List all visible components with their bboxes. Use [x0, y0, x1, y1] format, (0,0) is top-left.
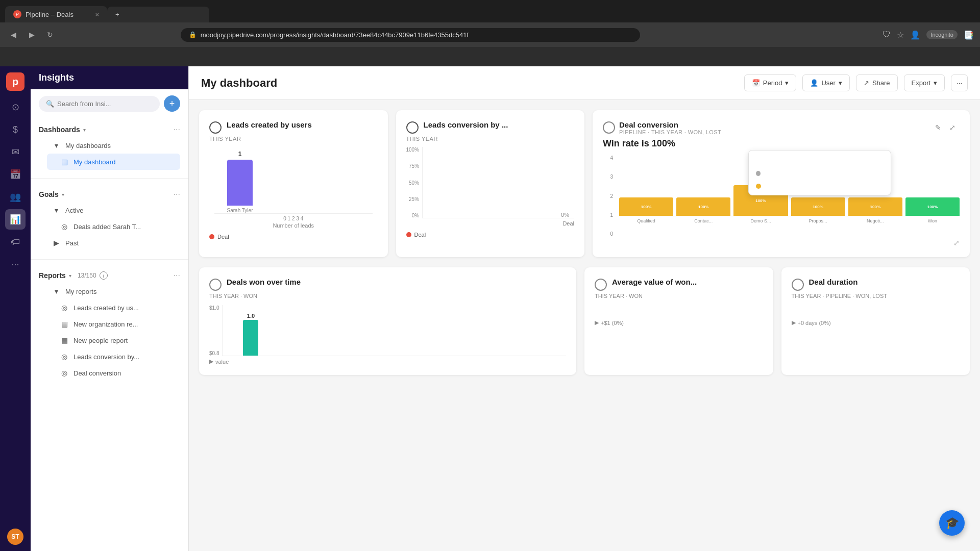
address-bar[interactable]: 🔒 moodjoy.pipedrive.com/progress/insight… — [181, 28, 640, 42]
dashboards-chevron-icon: ▾ — [83, 127, 86, 133]
x-axis-labels: Qualified Contac... Demo S... Propos... … — [619, 218, 960, 223]
rail-more-icon[interactable]: ··· — [5, 254, 26, 274]
sidebar-item-deals-added[interactable]: ◎ Deals added Sarah T... — [47, 218, 180, 235]
user-avatar[interactable]: ST — [7, 529, 23, 545]
lc-legend-dot — [406, 232, 411, 237]
deal-conv-resize-icon[interactable]: ⤢ — [953, 239, 960, 247]
my-reports-subsection: ▾ My reports ◎ Leads created by us... ▤ … — [39, 283, 180, 381]
tooltip-text-2: Reached stage: 1 deal — [764, 183, 825, 190]
user-chevron-icon: ▾ — [839, 79, 842, 87]
dashboard-row-2: $ Deals won over time THIS YEAR · WON $1… — [189, 267, 980, 385]
rail-inbox-icon[interactable]: ✉ — [5, 142, 26, 162]
goals-more-icon[interactable]: ··· — [174, 190, 180, 199]
chevron-down-icon: ▾ — [51, 140, 61, 151]
zero-pct-label: 0% — [561, 212, 569, 218]
sidebar-item-deal-conv[interactable]: ◎ Deal conversion — [47, 365, 180, 381]
main-header: My dashboard 📅 Period ▾ 👤 User ▾ ↗ Share… — [189, 66, 980, 100]
deal-conv-footer: ⤢ — [603, 239, 960, 247]
avg-value-content: ▶ +$1 (0%) — [595, 319, 763, 326]
leads-created-widget: ◎ Leads created by users THIS YEAR 1 Sar… — [199, 110, 388, 257]
profile-icon[interactable]: 👤 — [910, 30, 920, 40]
sidebar-search-box[interactable]: 🔍 — [39, 96, 160, 112]
help-button[interactable]: 🎓 — [939, 510, 965, 536]
bar-chart-area: 1 Sarah Tyler — [209, 147, 378, 213]
dashboard-grid: ◎ Leads created by users THIS YEAR 1 Sar… — [189, 100, 980, 267]
reports-section-header[interactable]: Reports ▾ 13/150 i ··· — [39, 268, 180, 283]
sidebar-item-new-org[interactable]: ▤ New organization re... — [47, 316, 180, 332]
label-qualified: Qualified — [619, 218, 673, 223]
sidebar-item-leads-created[interactable]: ◎ Leads created by us... — [47, 299, 180, 316]
page-title: My dashboard — [201, 77, 738, 90]
close-tab-button[interactable]: × — [95, 11, 99, 18]
past-label: Past — [65, 239, 79, 247]
deal-conv-expand-button[interactable]: ⤢ — [945, 120, 960, 135]
bar-won: 100% — [905, 197, 960, 216]
deal-conversion-widget: $ Deal conversion PIPELINE · THIS YEAR ·… — [593, 110, 970, 257]
refresh-button[interactable]: ↻ — [43, 28, 57, 42]
my-reports-label: My reports — [65, 288, 96, 295]
browser-toolbar: 🛡 ☆ 👤 Incognito 📑 — [883, 30, 974, 40]
app-title: Insights — [39, 72, 74, 83]
rail-insights-icon[interactable]: 📊 — [5, 209, 26, 230]
reports-chevron-icon: ▾ — [69, 273, 71, 279]
active-tab[interactable]: P Pipeline – Deals × — [5, 6, 107, 22]
user-button[interactable]: 👤 User ▾ — [802, 74, 849, 91]
new-tab-button[interactable]: + — [107, 7, 209, 22]
share-button[interactable]: ↗ Share — [856, 74, 898, 91]
target-icon-3: ◎ — [59, 352, 69, 362]
reports-more-icon[interactable]: ··· — [174, 271, 180, 280]
deals-won-header: $ Deals won over time — [209, 278, 566, 291]
deal-conv-chart-area: 4 3 2 1 0 Demo Scheduled Conver — [603, 155, 960, 237]
rail-calendar-icon[interactable]: 📅 — [5, 164, 26, 185]
sidebar-item-active[interactable]: ▾ Active — [47, 202, 180, 218]
goals-label: Goals — [39, 190, 59, 198]
sidebar-item-past[interactable]: ▶ Past — [47, 235, 180, 251]
star-icon[interactable]: ☆ — [897, 30, 904, 40]
tab-title: Pipeline – Deals — [26, 11, 74, 18]
tooltip-item-1: Conversion to next stage (incl. won): 10… — [756, 166, 884, 181]
dashboards-more-icon[interactable]: ··· — [174, 125, 180, 134]
sidebar-item-leads-conv[interactable]: ◎ Leads conversion by... — [47, 348, 180, 365]
bar-qualified: 100% — [619, 197, 673, 216]
dashboards-section-header[interactable]: Dashboards ▾ ··· — [39, 122, 180, 137]
label-contact: Contac... — [676, 218, 730, 223]
deal-conv-edit-button[interactable]: ✎ — [931, 120, 945, 135]
reports-info-icon: i — [100, 271, 108, 280]
leads-conv-label: Leads conversion by... — [74, 353, 139, 361]
browser-chrome: P Pipeline – Deals × + ◀ ▶ ↻ 🔒 moodjoy.p… — [0, 0, 980, 66]
calendar-icon: 📅 — [752, 79, 760, 87]
rail-products-icon[interactable]: 🏷 — [5, 232, 26, 252]
leads-conv-title: Leads conversion by ... — [424, 120, 575, 129]
sidebar-item-new-people[interactable]: ▤ New people report — [47, 332, 180, 348]
chevron-right-icon-4: ▶ — [595, 319, 599, 326]
target-icon-4: ◎ — [59, 368, 69, 378]
back-button[interactable]: ◀ — [6, 28, 20, 42]
bookmarks-icon[interactable]: 📑 — [964, 30, 974, 40]
avg-value-title: Average value of won... — [612, 278, 763, 286]
sidebar-add-button[interactable]: + — [164, 95, 180, 112]
sidebar-divider-2 — [31, 259, 188, 260]
win-rate-text: Win rate is 100% — [603, 138, 960, 149]
tooltip-dot-1 — [756, 171, 761, 176]
goals-section-header[interactable]: Goals ▾ ··· — [39, 187, 180, 202]
more-options-button[interactable]: ··· — [951, 74, 968, 91]
rail-home-icon[interactable]: ⊙ — [5, 97, 26, 117]
sidebar-search-input[interactable] — [57, 100, 153, 108]
export-button[interactable]: Export ▾ — [904, 74, 945, 91]
deal-dur-title: Deal duration — [809, 278, 960, 286]
forward-button[interactable]: ▶ — [24, 28, 39, 42]
contact-bar: 100% — [676, 197, 730, 216]
sidebar-item-my-dashboard[interactable]: ▦ My dashboard — [47, 154, 180, 170]
dashboard-grid-icon: ▦ — [59, 157, 69, 167]
sidebar-item-my-dashboards[interactable]: ▾ My dashboards — [47, 137, 180, 154]
target-icon-2: ◎ — [59, 303, 69, 313]
period-button[interactable]: 📅 Period ▾ — [744, 74, 797, 91]
lc-plot-area: 0% — [422, 147, 574, 218]
rail-contacts-icon[interactable]: 👥 — [5, 187, 26, 207]
rail-deals-icon[interactable]: $ — [5, 119, 26, 140]
leads-created-header: ◎ Leads created by users — [209, 120, 378, 134]
leads-conv-icon: ◎ — [406, 121, 419, 134]
deals-won-y-axis: $1.0 $0.8 — [209, 305, 222, 356]
sidebar-item-my-reports[interactable]: ▾ My reports — [47, 283, 180, 299]
app-container: p ⊙ $ ✉ 📅 👥 📊 🏷 ··· ST Insights 🔍 + — [0, 66, 980, 551]
